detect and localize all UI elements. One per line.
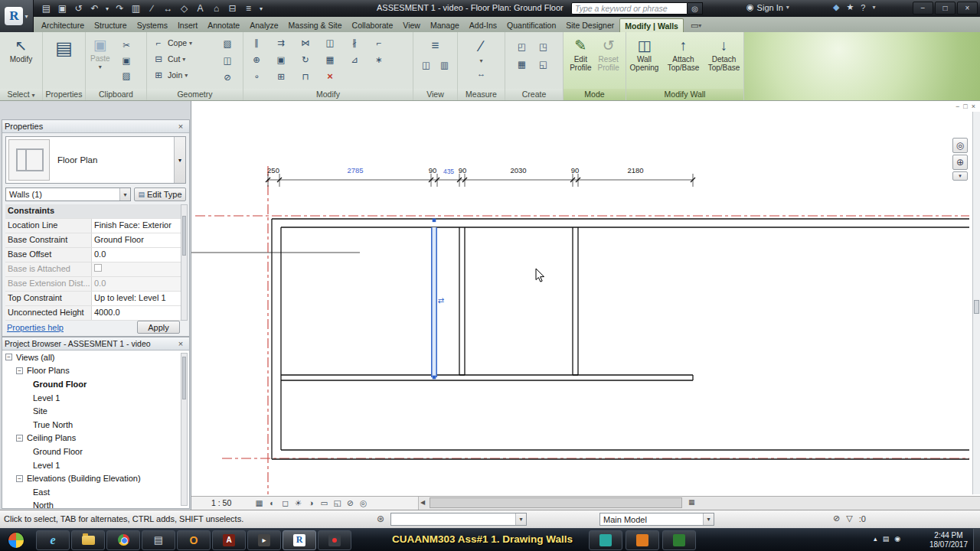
measure-dropdown-icon[interactable]: ▾ xyxy=(479,57,482,64)
favorites-icon[interactable]: ★ xyxy=(846,2,854,12)
crop-region[interactable] xyxy=(195,166,969,494)
paste-button[interactable]: ▣ Paste ▾ xyxy=(89,35,112,72)
ribbon-state-dropdown-icon[interactable]: ▾ xyxy=(698,22,701,29)
help-icon[interactable]: ? xyxy=(861,3,865,12)
create-assembly-icon[interactable]: ◳ xyxy=(537,40,550,53)
rotate-icon[interactable]: ↻ xyxy=(299,53,312,66)
type-selector[interactable]: Floor Plan ▾ xyxy=(5,136,186,184)
tab-annotate[interactable]: Annotate xyxy=(203,18,244,32)
start-button[interactable] xyxy=(8,532,24,549)
show-crop-region-icon[interactable]: ◱ xyxy=(331,497,344,509)
tree-item-elevations[interactable]: −Elevations (Building Elevation) xyxy=(2,471,189,485)
properties-help-link[interactable]: Properties help xyxy=(7,323,64,332)
aligned-dimension-icon[interactable]: ↔ xyxy=(160,2,176,15)
tree-item-ceiling-level-1[interactable]: Level 1 xyxy=(2,458,189,472)
tray-volume-icon[interactable]: ◉ xyxy=(894,535,900,543)
interior-wall[interactable] xyxy=(459,227,465,375)
collapse-icon[interactable]: − xyxy=(5,354,12,360)
tab-insert[interactable]: Insert xyxy=(173,18,202,32)
copy-icon[interactable]: ▣ xyxy=(274,53,288,66)
keyword-search-input[interactable] xyxy=(571,2,688,15)
split-view-icon[interactable]: ▦ xyxy=(688,498,695,506)
base-offset-value[interactable]: 0.0 xyxy=(91,248,181,262)
help-dropdown-icon[interactable]: ▾ xyxy=(872,4,875,11)
show-desktop-button[interactable] xyxy=(973,529,980,551)
floor-plan-view[interactable]: 250 2785 90 435 90 2030 90 2180 xyxy=(191,101,980,496)
edit-profile-button[interactable]: ✎ Edit Profile xyxy=(568,36,593,73)
undo-icon[interactable]: ↶ xyxy=(87,2,103,15)
cope-button[interactable]: ⌐Cope▾ xyxy=(152,37,192,49)
tab-massing-site[interactable]: Massing & Site xyxy=(284,18,347,32)
filter-dropdown-icon[interactable]: ▾ xyxy=(119,188,130,201)
scroll-left-icon[interactable]: ◀ xyxy=(420,499,425,506)
qat-customize-icon[interactable]: ▾ xyxy=(256,2,266,15)
taskbar-explorer-button[interactable] xyxy=(71,530,105,550)
sync-icon[interactable]: ↺ xyxy=(70,2,87,15)
wall-opening-button[interactable]: ◫ Wall Opening xyxy=(627,36,662,73)
tree-item-site[interactable]: Site xyxy=(2,404,189,418)
unpin-icon[interactable]: ∘ xyxy=(250,70,263,83)
temporary-hide-isolate-icon[interactable]: ⊘ xyxy=(344,497,357,509)
detail-level-icon[interactable]: ◐ xyxy=(266,497,279,509)
type-selector-dropdown-icon[interactable]: ▾ xyxy=(174,137,185,183)
tab-systems[interactable]: Systems xyxy=(132,18,172,32)
modify-button[interactable]: ↖ Modify xyxy=(8,36,34,64)
tree-item-east[interactable]: East xyxy=(2,485,189,499)
measure-tool-icon[interactable]: ∕ xyxy=(480,37,482,55)
redo-icon[interactable]: ↷ xyxy=(112,2,128,15)
taskbar-revit-button[interactable]: R xyxy=(283,530,316,550)
tree-item-views-all[interactable]: −Views (all) xyxy=(2,350,189,364)
tab-quantification[interactable]: Quantification xyxy=(502,18,560,32)
cut-geometry-button[interactable]: ⊟Cut▾ xyxy=(152,53,192,65)
design-options-dropdown-icon[interactable]: ▾ xyxy=(703,514,714,525)
taskbar-app-button-2[interactable] xyxy=(589,530,622,550)
wall-end-handle[interactable] xyxy=(433,219,436,223)
taskbar-ie-button[interactable]: e xyxy=(36,530,70,550)
application-menu-button[interactable]: R ▾ xyxy=(0,0,34,32)
search-icon[interactable]: ◎ xyxy=(688,2,703,15)
tree-item-ceiling-ground-floor[interactable]: Ground Floor xyxy=(2,445,189,458)
align-icon[interactable]: ∥ xyxy=(250,36,263,49)
edit-type-button[interactable]: ▤ Edit Type xyxy=(134,187,186,201)
sun-path-icon[interactable]: ☀ xyxy=(292,497,305,509)
exterior-walls[interactable] xyxy=(272,219,969,459)
tab-structure[interactable]: Structure xyxy=(90,18,132,32)
tree-item-floor-plans[interactable]: −Floor Plans xyxy=(2,364,189,378)
interior-wall-horizontal[interactable] xyxy=(281,375,693,380)
view-minimize-icon[interactable]: − xyxy=(956,103,959,110)
undo-dropdown-icon[interactable]: ▾ xyxy=(103,2,112,15)
join-icon[interactable]: ⊞ xyxy=(274,70,288,83)
delete-icon[interactable]: × xyxy=(323,70,337,83)
join-geometry-button[interactable]: ⊞Join▾ xyxy=(152,69,192,81)
vertical-scrollbar[interactable] xyxy=(972,112,980,494)
tab-modify-walls[interactable]: Modify | Walls xyxy=(619,18,684,32)
tree-item-ground-floor[interactable]: Ground Floor xyxy=(2,377,189,391)
taskbar-recorder-button[interactable] xyxy=(318,530,351,550)
wall-end-handle[interactable] xyxy=(433,376,436,380)
minimize-button[interactable]: − xyxy=(913,2,933,15)
trim-extend-icon[interactable]: ⌐ xyxy=(372,36,386,49)
active-workset-combo[interactable]: ▾ xyxy=(390,513,527,526)
worksets-gear-icon[interactable]: ⊛ xyxy=(377,514,384,524)
collapse-icon[interactable]: − xyxy=(16,435,23,442)
array-icon[interactable]: ▦ xyxy=(323,53,337,66)
location-line-value[interactable]: Finish Face: Exterior xyxy=(91,219,181,233)
view-close-icon[interactable]: × xyxy=(972,103,975,110)
split-element-icon[interactable]: ∦ xyxy=(348,36,361,49)
taskbar-outlook-button[interactable]: O xyxy=(177,530,211,550)
element-filter-combo[interactable]: Walls (1) ▾ xyxy=(5,187,131,201)
crop-view-icon[interactable]: ▭ xyxy=(318,497,331,509)
properties-scrollbar[interactable] xyxy=(181,204,188,321)
taskbar-clock[interactable]: 2:44 PM 18/07/2017 xyxy=(929,531,968,549)
properties-close-icon[interactable]: × xyxy=(175,122,187,132)
demolish-icon[interactable]: ⊘ xyxy=(220,70,234,83)
mirror-draw-axis-icon[interactable]: ◫ xyxy=(323,36,337,49)
unconnected-height-value[interactable]: 4000.0 xyxy=(91,306,181,320)
paint-icon[interactable]: ▧ xyxy=(220,37,234,50)
tab-analyze[interactable]: Analyze xyxy=(245,18,283,32)
scale-icon[interactable]: ⊿ xyxy=(348,53,361,66)
taskbar-app-button[interactable]: ▤ xyxy=(142,530,175,550)
shadows-icon[interactable]: ◑ xyxy=(305,497,318,509)
exclude-options-icon[interactable]: ⊘ xyxy=(833,514,840,523)
tag-icon[interactable]: ◇ xyxy=(176,2,192,15)
